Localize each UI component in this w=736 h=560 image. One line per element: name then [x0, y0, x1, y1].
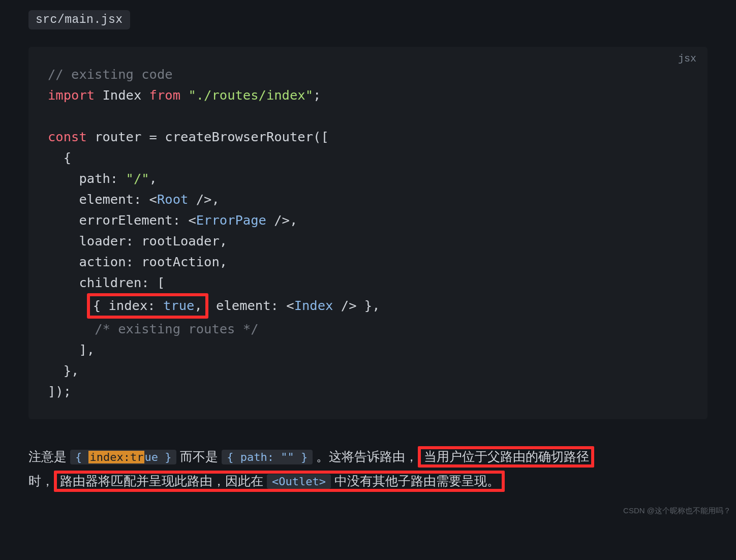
code-comment: // existing code [48, 67, 173, 82]
inline-code-indextrue: { index:true } [70, 450, 176, 464]
kw-const: const [48, 129, 87, 144]
filename-chip: src/main.jsx [28, 10, 130, 29]
prop-children: children: [79, 275, 149, 290]
highlight-index-true: { index: true, [87, 293, 208, 319]
prose-text: 注意是 [28, 449, 70, 463]
path-value: "/" [126, 171, 149, 186]
code-block: jsx // existing code import Index from "… [28, 47, 708, 419]
highlight-frame-1: 当用户位于父路由的确切路径 [418, 446, 594, 468]
prop-action: action: [79, 254, 133, 269]
search-highlight: index:tr [88, 451, 144, 463]
true-literal: true [163, 298, 194, 313]
component-errorpage: ErrorPage [196, 212, 266, 228]
prop-error: errorElement: [79, 212, 180, 228]
prop-loader: loader: [79, 233, 133, 248]
prop-path: path: [79, 171, 118, 186]
prose-text: 。这将告诉路由， [313, 449, 418, 463]
prose-text: 时， [28, 474, 54, 488]
kw-from: from [149, 87, 180, 103]
watermark: CSDN @这个昵称也不能用吗？ [623, 506, 731, 516]
code-content: // existing code import Index from "./ro… [48, 64, 688, 402]
language-tag: jsx [678, 53, 696, 65]
highlight-frame-2: 路由器将匹配并呈现此路由，因此在 <Outlet> 中没有其他子路由需要呈现。 [54, 471, 505, 492]
loader-value: rootLoader [141, 233, 220, 248]
import-identifier: Index [102, 87, 141, 103]
component-index: Index [294, 298, 333, 313]
fn-create: createBrowserRouter [165, 129, 313, 144]
import-path: "./routes/index" [188, 87, 313, 103]
prop-element2: element: [216, 298, 279, 313]
var-router: router [95, 129, 141, 144]
prop-index: index: [108, 298, 155, 313]
prose-paragraph: 注意是 { index:true } 而不是 { path: "" } 。这将告… [28, 445, 708, 493]
routes-comment: /* existing routes */ [95, 321, 258, 336]
component-root: Root [157, 192, 188, 207]
kw-import: import [48, 87, 95, 103]
action-value: rootAction [141, 254, 220, 269]
inline-code-path: { path: "" } [222, 450, 313, 464]
inline-code-outlet: <Outlet> [267, 474, 331, 489]
prose-text: 而不是 [176, 449, 222, 463]
prop-element: element: [79, 192, 141, 207]
